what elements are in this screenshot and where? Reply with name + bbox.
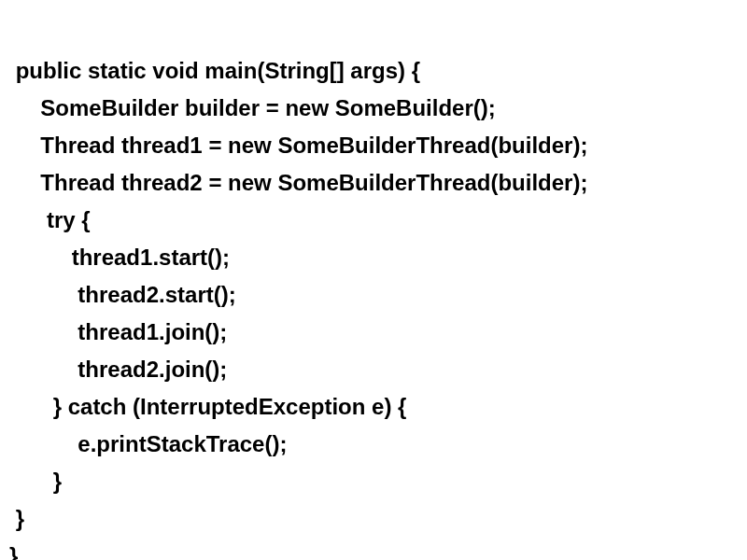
code-line: } <box>9 543 18 560</box>
code-line: e.printStackTrace(); <box>9 431 287 456</box>
code-line: try { <box>9 207 91 232</box>
code-line: thread2.join(); <box>9 357 227 382</box>
code-block: public static void main(String[] args) {… <box>0 0 747 560</box>
code-line: public static void main(String[] args) { <box>9 58 420 83</box>
code-line: Thread thread1 = new SomeBuilderThread(b… <box>9 133 587 158</box>
code-line: thread1.join(); <box>9 319 227 344</box>
code-line: thread1.start(); <box>9 245 230 270</box>
code-line: thread2.start(); <box>9 282 236 307</box>
code-line: } catch (InterruptedException e) { <box>9 394 406 419</box>
code-line: } <box>9 469 62 494</box>
code-line: Thread thread2 = new SomeBuilderThread(b… <box>9 170 587 195</box>
code-line: SomeBuilder builder = new SomeBuilder(); <box>9 95 496 120</box>
code-line: } <box>9 506 24 531</box>
